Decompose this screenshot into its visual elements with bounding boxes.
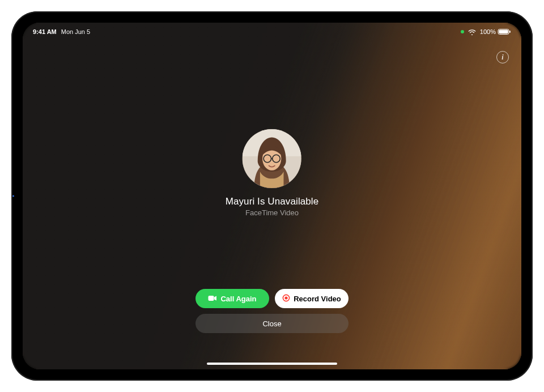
call-status-title: Mayuri Is Unavailable (226, 196, 319, 207)
record-video-button[interactable]: Record Video (275, 289, 348, 308)
status-bar: 9:41 AM Mon Jun 5 100% (23, 23, 521, 39)
screen: 9:41 AM Mon Jun 5 100% (23, 23, 521, 369)
info-button[interactable]: i (496, 51, 509, 63)
status-time: 9:41 AM (33, 28, 57, 35)
side-indicator-dot (12, 195, 14, 197)
call-status-subtitle: FaceTime Video (245, 208, 299, 217)
buttons-area: Call Again Record Video Close (196, 289, 348, 333)
video-camera-icon (208, 295, 217, 303)
camera-active-dot-icon (461, 30, 464, 33)
close-label: Close (262, 319, 281, 328)
primary-button-row: Call Again Record Video (196, 289, 348, 308)
close-button[interactable]: Close (196, 314, 348, 333)
svg-point-11 (285, 296, 288, 299)
call-again-button[interactable]: Call Again (196, 289, 269, 308)
svg-rect-9 (209, 296, 214, 301)
call-status-block: Mayuri Is Unavailable FaceTime Video (226, 129, 319, 217)
record-icon (282, 294, 290, 304)
battery-percent: 100% (480, 28, 496, 35)
record-video-label: Record Video (294, 295, 341, 303)
status-date: Mon Jun 5 (61, 28, 90, 35)
battery-icon (498, 28, 511, 35)
status-left-group: 9:41 AM Mon Jun 5 (33, 28, 90, 35)
home-indicator[interactable] (207, 363, 337, 365)
svg-rect-2 (509, 31, 511, 33)
ipad-frame: 9:41 AM Mon Jun 5 100% (11, 11, 533, 381)
call-again-label: Call Again (220, 295, 256, 303)
battery-group: 100% (480, 28, 511, 35)
info-icon: i (502, 53, 503, 62)
svg-rect-1 (499, 30, 508, 33)
contact-avatar (243, 129, 301, 188)
wifi-icon (468, 28, 477, 35)
status-right-group: 100% (461, 28, 511, 35)
